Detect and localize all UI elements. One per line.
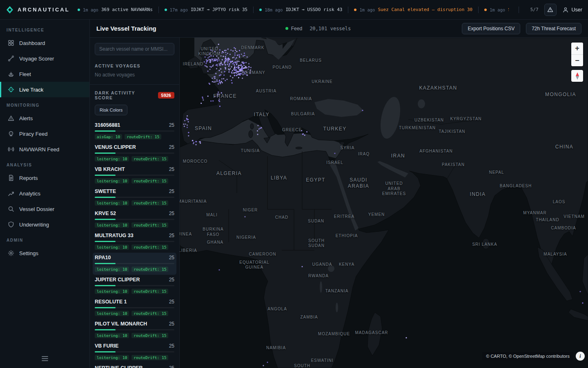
alerts-button[interactable] xyxy=(544,4,557,16)
vessel-dot xyxy=(242,62,243,63)
vessel-score: 25 xyxy=(169,255,174,260)
vessel-row[interactable]: JUPITER CLIPPER 25 loitering: 10routeDri… xyxy=(93,275,176,297)
vessel-row[interactable]: MULTRATUG 33 25 loitering: 10routeDrift:… xyxy=(93,231,176,253)
ticker-text: IDJKT → JPTYO risk 35 xyxy=(191,7,247,12)
vessel-tags: loitering: 10routeDrift: 15 xyxy=(95,311,174,316)
threat-forecast-button[interactable]: 72h Threat Forecast xyxy=(526,23,581,34)
hamburger-icon xyxy=(41,356,49,361)
sidebar-item-reports[interactable]: Reports xyxy=(0,170,89,186)
vessel-dot xyxy=(227,62,228,63)
sidebar-item-label: Piracy Feed xyxy=(19,131,47,137)
vessel-dot xyxy=(237,74,238,75)
vessel-dot xyxy=(203,99,204,101)
vessel-dot xyxy=(202,96,203,98)
ticker-item[interactable]: 1m agoStrait xyxy=(484,7,509,12)
vessel-dot xyxy=(234,54,236,56)
user-menu[interactable]: User xyxy=(562,7,582,13)
vessel-row[interactable]: NEPTUNE CLIPPER 25 loitering: 10routeDri… xyxy=(93,363,176,368)
vessel-risk-tag: loitering: 10 xyxy=(95,333,129,338)
vessel-risk-tag: routeDrift: 15 xyxy=(131,267,168,272)
sidebar-item-piracy-feed[interactable]: Piracy Feed xyxy=(0,126,89,141)
sidebar-item-live-track[interactable]: Live Track xyxy=(0,82,89,97)
zoom-out-button[interactable]: − xyxy=(571,54,583,66)
sidebar-collapse-button[interactable] xyxy=(0,350,89,368)
vessel-dot xyxy=(184,126,185,127)
ticker-item[interactable]: 1m agoSuez Canal elevated — disruption 3… xyxy=(354,7,472,12)
vessel-row[interactable]: RPA10 25 loitering: 10routeDrift: 15 xyxy=(93,253,176,275)
vessel-dot xyxy=(207,57,209,58)
sidebar-item-analytics[interactable]: Analytics xyxy=(0,186,89,201)
sidebar-item-settings[interactable]: Settings xyxy=(0,245,89,261)
vessel-dot xyxy=(186,118,187,119)
vessel-dot xyxy=(241,65,242,66)
vessel-risk-tag: aisGap: 10 xyxy=(95,134,122,139)
risk-colors-button[interactable]: Risk Colors xyxy=(95,105,127,115)
vessel-name: NEPTUNE CLIPPER xyxy=(95,365,143,368)
vessel-row[interactable]: VB KRACHT 25 loitering: 10routeDrift: 15 xyxy=(93,164,176,186)
sidebar-item-dashboard[interactable]: Dashboard xyxy=(0,35,89,51)
alert-pager: 5/7 xyxy=(530,7,539,12)
vessel-dot xyxy=(225,54,227,55)
vessel-dot xyxy=(232,63,234,64)
vessel-dot xyxy=(221,81,222,82)
vessel-score-bar xyxy=(95,351,174,352)
ticker-status-dot xyxy=(78,9,80,11)
vessel-dot xyxy=(215,73,216,74)
vessel-dot xyxy=(257,134,258,135)
compass-button[interactable] xyxy=(571,70,583,82)
lake-malawi xyxy=(336,303,338,312)
vessel-dot xyxy=(218,94,219,95)
vessel-score-bar-fill xyxy=(95,351,116,352)
zoom-in-button[interactable]: + xyxy=(571,43,583,54)
ticker-item[interactable]: 1m ago369 active NAVWARNs xyxy=(78,7,153,12)
chart-icon xyxy=(8,190,14,197)
sidebar-item-fleet[interactable]: Fleet xyxy=(0,66,89,82)
vessel-dot xyxy=(232,82,233,83)
vessel-row[interactable]: SWETTE 25 loitering: 10routeDrift: 15 xyxy=(93,186,176,209)
brand-logo-icon xyxy=(6,6,14,14)
sidebar: INTELLIGENCEDashboardVoyage ScorerFleetL… xyxy=(0,20,90,368)
vessel-dot xyxy=(227,49,229,50)
vessel-dot xyxy=(223,78,224,79)
vessel-dot xyxy=(225,50,227,51)
vessel-dot xyxy=(218,83,219,85)
search-input[interactable] xyxy=(95,43,174,55)
vessel-dot xyxy=(187,127,188,128)
vessel-row[interactable]: PILOT V/L MONARCH 25 loitering: 10routeD… xyxy=(93,319,176,341)
vessel-dot xyxy=(218,100,220,101)
vessel-dot xyxy=(218,81,220,83)
vessel-dot xyxy=(220,55,222,56)
vessel-score-bar xyxy=(95,263,174,264)
vessel-row[interactable]: VENUS CLIPPER 25 loitering: 10routeDrift… xyxy=(93,142,176,164)
vessel-dot xyxy=(261,127,262,128)
vessel-dot xyxy=(224,63,225,64)
vessel-dot xyxy=(205,65,207,67)
vessel-dot xyxy=(211,66,212,67)
vessel-dot xyxy=(243,74,244,75)
vessel-dot xyxy=(192,140,193,141)
attribution-info-button[interactable]: i xyxy=(576,352,585,361)
vessel-row-header: PILOT V/L MONARCH 25 xyxy=(95,321,174,327)
vessel-dot xyxy=(200,141,201,142)
ticker-divider xyxy=(519,7,519,13)
sidebar-item-navwarn-feed[interactable]: NAVWARN Feed xyxy=(0,141,89,157)
vessel-row[interactable]: RESOLUTE 1 25 loitering: 10routeDrift: 1… xyxy=(93,297,176,319)
vessel-dot xyxy=(215,58,216,59)
vessel-list: 316056881 25 aisGap: 10routeDrift: 15 VE… xyxy=(95,120,174,368)
export-positions-button[interactable]: Export Positions CSV xyxy=(462,23,520,34)
vessel-row[interactable]: 316056881 25 aisGap: 10routeDrift: 15 xyxy=(93,120,176,142)
ticker-item[interactable]: 17m agoIDJKT → JPTYO risk 35 xyxy=(165,7,247,12)
ticker-time: 18m ago xyxy=(265,7,283,12)
vessel-row[interactable]: VB FURIE 25 loitering: 10routeDrift: 15 xyxy=(93,341,176,363)
vessel-dot xyxy=(244,74,245,75)
world-map xyxy=(180,38,588,368)
ticker-item[interactable]: 18m agoIDJKT → USSDO risk 43 xyxy=(259,7,342,12)
sidebar-item-underwriting[interactable]: Underwriting xyxy=(0,217,89,232)
zoom-control: + − xyxy=(571,43,583,66)
sidebar-item-vessel-dossier[interactable]: Vessel Dossier xyxy=(0,201,89,217)
vessel-dot xyxy=(238,54,240,56)
vessel-row[interactable]: KRVE 52 25 loitering: 10routeDrift: 15 xyxy=(93,209,176,231)
sidebar-item-voyage-scorer[interactable]: Voyage Scorer xyxy=(0,51,89,66)
sidebar-item-alerts[interactable]: Alerts xyxy=(0,110,89,126)
map-canvas[interactable]: UNITED KINGDOMIRELANDDENMARKGERMANYPOLAN… xyxy=(180,38,588,368)
